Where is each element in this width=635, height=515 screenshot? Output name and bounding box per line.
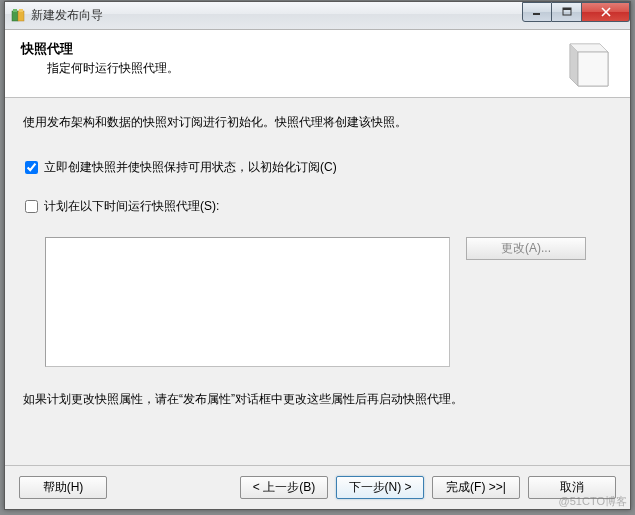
button-bar: 帮助(H) < 上一步(B) 下一步(N) > 完成(F) >>| 取消: [5, 465, 630, 509]
window-title: 新建发布向导: [31, 7, 103, 24]
svg-rect-0: [12, 11, 18, 21]
create-snapshot-checkbox[interactable]: [25, 161, 38, 174]
header-graphic-icon: [564, 38, 614, 90]
page-subtitle: 指定何时运行快照代理。: [47, 60, 614, 77]
svg-rect-3: [19, 9, 23, 12]
svg-rect-1: [18, 11, 24, 21]
schedule-snapshot-checkbox[interactable]: [25, 200, 38, 213]
next-button[interactable]: 下一步(N) >: [336, 476, 424, 499]
create-snapshot-label[interactable]: 立即创建快照并使快照保持可用状态，以初始化订阅(C): [44, 159, 337, 176]
title-bar[interactable]: 新建发布向导: [5, 2, 630, 30]
wizard-content: 使用发布架构和数据的快照对订阅进行初始化。快照代理将创建该快照。 立即创建快照并…: [5, 98, 630, 465]
schedule-area: 更改(A)...: [45, 237, 612, 367]
create-snapshot-row: 立即创建快照并使快照保持可用状态，以初始化订阅(C): [25, 159, 612, 176]
description-text: 使用发布架构和数据的快照对订阅进行初始化。快照代理将创建该快照。: [23, 114, 612, 131]
schedule-snapshot-label[interactable]: 计划在以下时间运行快照代理(S):: [44, 198, 219, 215]
maximize-button[interactable]: [552, 2, 582, 22]
close-button[interactable]: [582, 2, 630, 22]
svg-rect-2: [13, 9, 17, 12]
window-controls: [522, 2, 630, 22]
change-button: 更改(A)...: [466, 237, 586, 260]
wizard-window: 新建发布向导 快照代理 指定何时运行快照代理。 使用发布架构和数据的快: [4, 1, 631, 510]
page-title: 快照代理: [21, 40, 614, 58]
back-button[interactable]: < 上一步(B): [240, 476, 328, 499]
schedule-snapshot-row: 计划在以下时间运行快照代理(S):: [25, 198, 612, 215]
svg-marker-12: [578, 52, 608, 86]
finish-button[interactable]: 完成(F) >>|: [432, 476, 520, 499]
schedule-textbox: [45, 237, 450, 367]
help-button[interactable]: 帮助(H): [19, 476, 107, 499]
cancel-button[interactable]: 取消: [528, 476, 616, 499]
minimize-button[interactable]: [522, 2, 552, 22]
app-icon: [11, 8, 27, 24]
note-text: 如果计划更改快照属性，请在“发布属性”对话框中更改这些属性后再启动快照代理。: [23, 391, 612, 408]
wizard-header: 快照代理 指定何时运行快照代理。: [5, 30, 630, 98]
